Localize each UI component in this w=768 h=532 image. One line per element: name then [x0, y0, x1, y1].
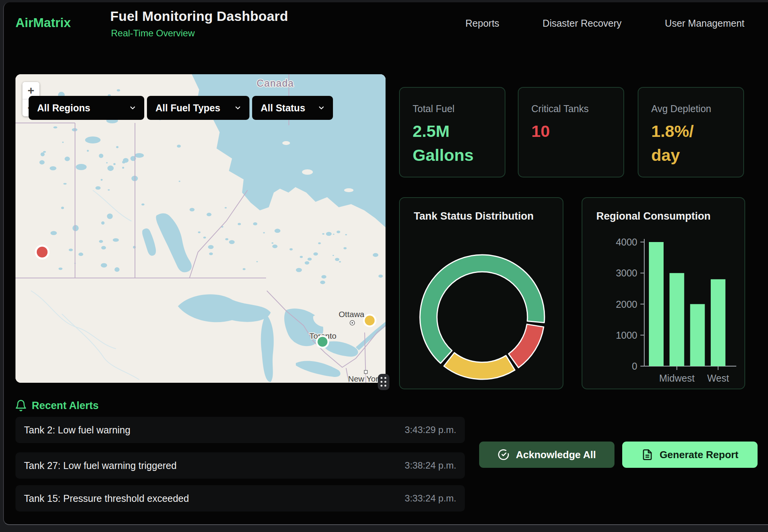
status-filter-dropdown[interactable]: All Status — [252, 96, 333, 120]
svg-text:3000: 3000 — [616, 268, 637, 278]
stat-label: Avg Depletion — [651, 103, 730, 114]
label-ottawa: Ottawa — [339, 310, 365, 319]
page-title: Fuel Monitoring Dashboard — [110, 9, 288, 24]
tank-status-card: Tank Status Distribution — [399, 197, 563, 389]
alert-message: Tank 2: Low fuel warning — [24, 425, 130, 436]
alert-time: 3:38:24 p.m. — [405, 460, 456, 471]
alert-row[interactable]: Tank 15: Pressure threshold exceeded 3:3… — [15, 485, 465, 512]
svg-text:0: 0 — [632, 361, 637, 372]
nav-item-disaster-recovery[interactable]: Disaster Recovery — [543, 18, 621, 29]
svg-text:Midwest: Midwest — [659, 373, 695, 384]
chevron-down-icon — [129, 104, 137, 112]
alert-row[interactable]: Tank 27: Low fuel warning triggered 3:38… — [15, 452, 465, 479]
stat-card-total-fuel: Total Fuel 2.5MGallons — [399, 87, 505, 177]
label-newyork: New York — [348, 374, 382, 383]
region-filter-dropdown[interactable]: All Regions — [29, 96, 144, 120]
chevron-down-icon — [234, 104, 242, 112]
regional-consumption-card: Regional Consumption 01000200030004000Mi… — [582, 197, 745, 389]
acknowledge-all-label: Acknowledge All — [516, 449, 596, 461]
warning-tank-marker — [364, 315, 375, 326]
map-canvas: Canada Ottawa Toronto New York — [15, 74, 386, 383]
fuel-type-filter-dropdown[interactable]: All Fuel Types — [147, 96, 249, 120]
alert-time: 3:33:24 p.m. — [405, 493, 456, 504]
alert-row[interactable]: Tank 2: Low fuel warning 3:43:29 p.m. — [15, 417, 465, 443]
main-nav: Reports Disaster Recovery User Managemen… — [466, 18, 744, 29]
status-filter-value: All Status — [261, 102, 305, 114]
generate-report-label: Generate Report — [660, 449, 739, 461]
alerts-section-title: Recent Alerts — [32, 400, 99, 412]
alert-message: Tank 15: Pressure threshold exceeded — [24, 493, 189, 504]
alert-time: 3:43:29 p.m. — [405, 425, 456, 435]
svg-text:West: West — [707, 373, 729, 384]
fuel-type-filter-value: All Fuel Types — [155, 102, 220, 114]
stat-value: 1.8%/day — [651, 119, 730, 167]
stat-label: Total Fuel — [413, 103, 492, 114]
page-subtitle: Real-Time Overview — [111, 28, 195, 39]
svg-text:4000: 4000 — [616, 237, 637, 247]
stat-value: 2.5MGallons — [413, 119, 492, 167]
chevron-down-icon — [317, 104, 325, 112]
stat-label: Critical Tanks — [531, 103, 611, 114]
map-resize-grip[interactable] — [378, 374, 389, 390]
critical-tank-marker — [36, 246, 49, 259]
svg-text:2000: 2000 — [616, 299, 637, 310]
map-filter-bar: All Regions All Fuel Types All Status — [29, 96, 333, 120]
generate-report-button[interactable]: Generate Report — [622, 442, 758, 468]
acknowledge-all-button[interactable]: Acknowledge All — [479, 442, 614, 468]
alert-message: Tank 27: Low fuel warning triggered — [24, 460, 177, 471]
label-canada: Canada — [257, 78, 294, 89]
check-circle-icon — [498, 449, 509, 460]
svg-text:1000: 1000 — [616, 330, 637, 341]
tank-status-donut-chart — [400, 210, 563, 385]
nav-item-user-management[interactable]: User Management — [665, 18, 744, 29]
normal-tank-marker — [317, 336, 328, 348]
stat-card-avg-depletion: Avg Depletion 1.8%/day — [638, 87, 744, 177]
nav-item-reports[interactable]: Reports — [466, 18, 500, 29]
regional-consumption-bar-chart: 01000200030004000MidwestWest — [582, 210, 745, 389]
app-window: AirMatrix Fuel Monitoring Dashboard Real… — [3, 2, 768, 525]
stat-card-critical-tanks: Critical Tanks 10 — [518, 87, 624, 177]
fuel-map[interactable]: Canada Ottawa Toronto New York + − — [15, 74, 386, 383]
bell-icon — [15, 399, 27, 412]
file-text-icon — [642, 449, 653, 460]
region-filter-value: All Regions — [37, 102, 90, 114]
stat-value: 10 — [531, 119, 611, 143]
brand-logo: AirMatrix — [15, 15, 71, 30]
